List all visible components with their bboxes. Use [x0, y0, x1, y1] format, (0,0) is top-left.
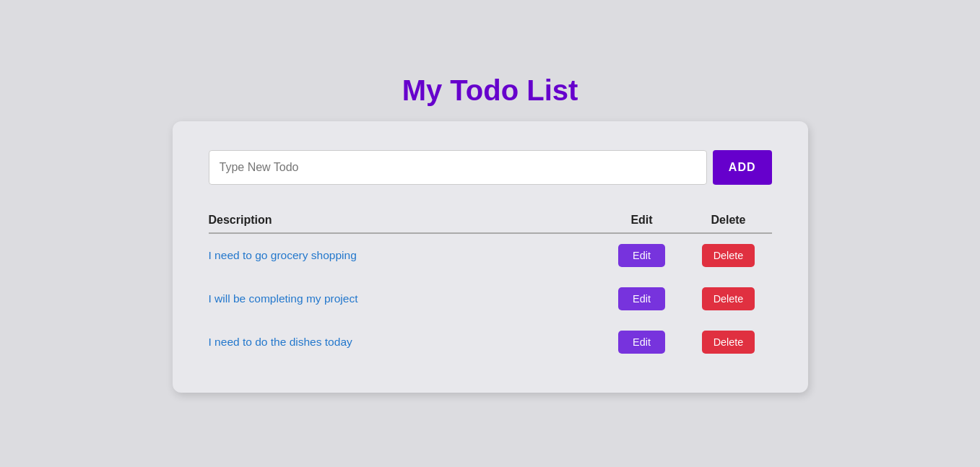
delete-button[interactable]: Delete	[702, 244, 755, 267]
table-row: I need to go grocery shoppingEditDelete	[209, 233, 772, 277]
todo-delete-cell: Delete	[685, 233, 772, 277]
col-header-delete: Delete	[685, 206, 772, 233]
todo-delete-cell: Delete	[685, 320, 772, 364]
edit-button[interactable]: Edit	[618, 331, 665, 354]
edit-button[interactable]: Edit	[618, 244, 665, 267]
table-row: I will be completing my projectEditDelet…	[209, 277, 772, 320]
page-title: My Todo List	[402, 74, 578, 107]
todo-edit-cell: Edit	[599, 233, 685, 277]
edit-button[interactable]: Edit	[618, 287, 665, 310]
todo-edit-cell: Edit	[599, 277, 685, 320]
table-row: I need to do the dishes todayEditDelete	[209, 320, 772, 364]
todo-edit-cell: Edit	[599, 320, 685, 364]
todo-card: ADD Description Edit Delete I need to go…	[173, 121, 808, 393]
add-button[interactable]: ADD	[713, 150, 772, 185]
delete-button[interactable]: Delete	[702, 287, 755, 310]
delete-button[interactable]: Delete	[702, 331, 755, 354]
todo-delete-cell: Delete	[685, 277, 772, 320]
todo-input[interactable]	[209, 150, 707, 185]
table-header-row: Description Edit Delete	[209, 206, 772, 233]
todo-table: Description Edit Delete I need to go gro…	[209, 206, 772, 364]
input-row: ADD	[209, 150, 772, 185]
todo-description: I will be completing my project	[209, 277, 599, 320]
col-header-edit: Edit	[599, 206, 685, 233]
todo-description: I need to do the dishes today	[209, 320, 599, 364]
todo-description: I need to go grocery shopping	[209, 233, 599, 277]
col-header-description: Description	[209, 206, 599, 233]
